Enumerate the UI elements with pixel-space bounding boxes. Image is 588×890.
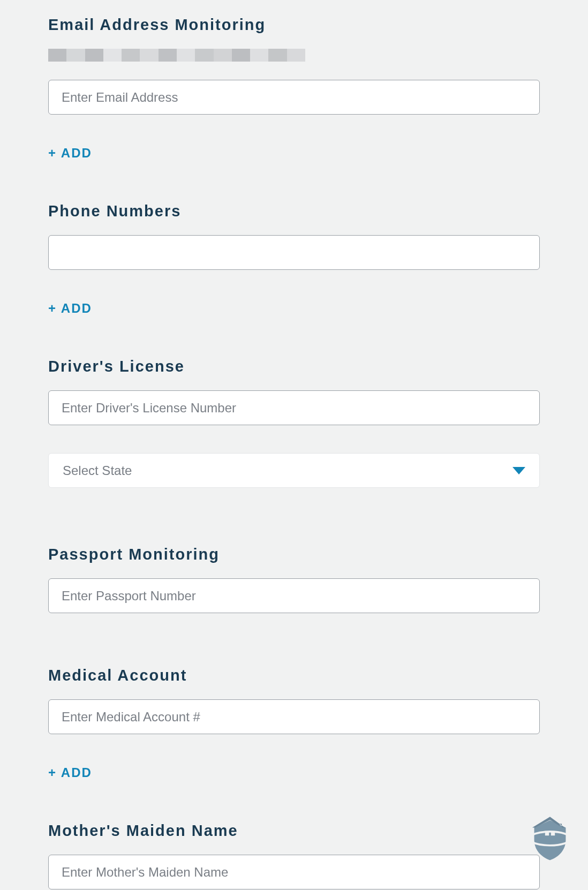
security-badge-icon[interactable] — [525, 813, 575, 862]
medical-input[interactable] — [48, 699, 540, 734]
email-heading: Email Address Monitoring — [48, 16, 540, 34]
drivers-license-input[interactable] — [48, 390, 540, 425]
medical-section: Medical Account + ADD — [48, 667, 540, 780]
phone-input[interactable] — [48, 235, 540, 270]
phone-section: Phone Numbers + ADD — [48, 202, 540, 316]
phone-heading: Phone Numbers — [48, 202, 540, 220]
state-select[interactable]: Select State — [48, 453, 540, 488]
maiden-input[interactable] — [48, 855, 540, 889]
monitoring-form: Email Address Monitoring + ADD Phone Num… — [0, 0, 588, 890]
email-section: Email Address Monitoring + ADD — [48, 16, 540, 161]
svg-rect-2 — [551, 832, 555, 835]
drivers-license-heading: Driver's License — [48, 358, 540, 375]
svg-rect-1 — [545, 832, 549, 835]
maiden-heading: Mother's Maiden Name — [48, 822, 540, 840]
add-phone-button[interactable]: + ADD — [48, 301, 92, 316]
add-medical-button[interactable]: + ADD — [48, 765, 92, 780]
drivers-license-section: Driver's License Select State — [48, 358, 540, 488]
chevron-down-icon — [512, 467, 525, 474]
medical-heading: Medical Account — [48, 667, 540, 684]
email-input[interactable] — [48, 80, 540, 115]
redacted-email-value — [48, 49, 305, 62]
maiden-section: Mother's Maiden Name — [48, 822, 540, 889]
state-select-placeholder: Select State — [63, 463, 132, 478]
passport-input[interactable] — [48, 578, 540, 613]
passport-section: Passport Monitoring — [48, 546, 540, 613]
passport-heading: Passport Monitoring — [48, 546, 540, 563]
add-email-button[interactable]: + ADD — [48, 146, 92, 161]
